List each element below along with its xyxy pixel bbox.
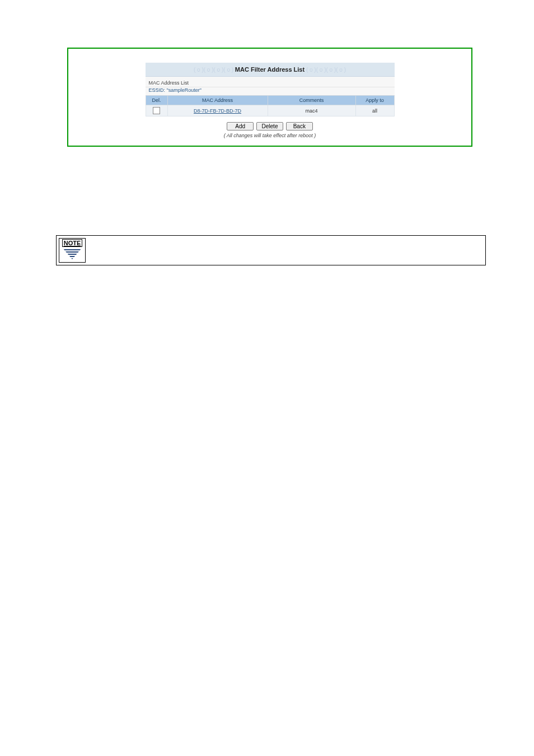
- cell-del: [146, 105, 167, 116]
- header-mac: MAC Address: [167, 96, 268, 105]
- table-header-row: Del. MAC Address Comments Apply to: [146, 96, 394, 105]
- delete-checkbox[interactable]: [153, 107, 160, 114]
- cell-comments: mac4: [268, 105, 355, 116]
- title-decoration-right: ( o )( o )( o )( o ): [306, 67, 346, 73]
- document-page: ( o )( o )( o )( o ) MAC Filter Address …: [0, 0, 534, 756]
- back-button[interactable]: Back: [286, 122, 313, 130]
- router-panel: ( o )( o )( o )( o ) MAC Filter Address …: [67, 48, 472, 147]
- panel-title-bar: ( o )( o )( o )( o ) MAC Filter Address …: [146, 63, 395, 77]
- delete-button[interactable]: Delete: [256, 122, 283, 130]
- add-button[interactable]: Add: [227, 122, 254, 130]
- title-decoration-left: ( o )( o )( o )( o ): [194, 67, 233, 73]
- header-del: Del.: [146, 96, 167, 105]
- note-label: NOTE: [62, 239, 83, 247]
- table-row: D8-7D-FB-7D-BD-7D mac4 all: [146, 105, 394, 116]
- note-stripes-icon: [63, 248, 82, 259]
- button-row: Add Delete Back: [146, 116, 395, 132]
- note-box: NOTE: [56, 235, 486, 265]
- router-panel-inner: ( o )( o )( o )( o ) MAC Filter Address …: [146, 63, 395, 143]
- header-comments: Comments: [268, 96, 355, 105]
- cell-mac: D8-7D-FB-7D-BD-7D: [167, 105, 268, 116]
- cell-apply: all: [355, 105, 394, 116]
- section-label: MAC Address List: [146, 77, 395, 87]
- header-apply: Apply to: [355, 96, 394, 105]
- note-icon: NOTE: [59, 238, 86, 263]
- mac-address-table: Del. MAC Address Comments Apply to D8-7D…: [146, 95, 395, 116]
- panel-title: MAC Filter Address List: [235, 66, 305, 73]
- reboot-note: ( All changes will take effect after reb…: [146, 132, 395, 143]
- mac-address-link[interactable]: D8-7D-FB-7D-BD-7D: [194, 108, 241, 114]
- essid-label: ESSID: "sampleRouter": [146, 87, 395, 95]
